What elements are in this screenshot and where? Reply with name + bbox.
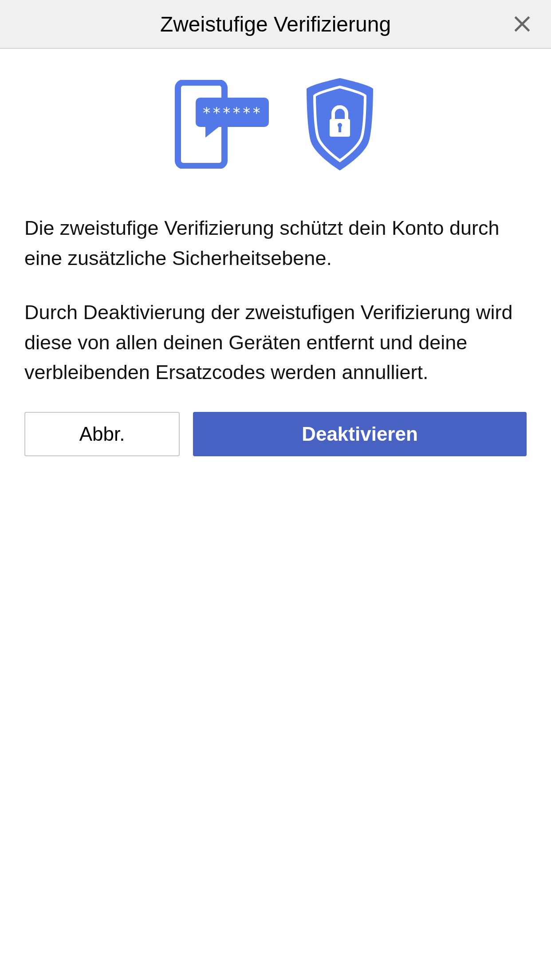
close-icon (513, 15, 531, 33)
phone-code-icon: ****** (169, 80, 271, 169)
deactivate-button[interactable]: Deaktivieren (193, 412, 527, 456)
info-paragraph-1: Die zweistufige Verifizierung schützt de… (24, 213, 527, 273)
shield-lock-icon (298, 75, 382, 173)
dialog-title: Zweistufige Verifizierung (160, 12, 391, 36)
svg-marker-2 (205, 126, 219, 138)
dialog-content: ****** Die zweistufige Verifizierung sch… (0, 49, 551, 478)
svg-rect-6 (338, 126, 341, 132)
cancel-button[interactable]: Abbr. (24, 412, 180, 456)
svg-text:******: ****** (202, 104, 262, 122)
illustration-container: ****** (24, 75, 527, 173)
button-row: Abbr. Deaktivieren (24, 412, 527, 456)
info-paragraph-2: Durch Deaktivierung der zweistufigen Ver… (24, 297, 527, 387)
dialog-header: Zweistufige Verifizierung (0, 0, 551, 49)
close-button[interactable] (511, 13, 533, 35)
